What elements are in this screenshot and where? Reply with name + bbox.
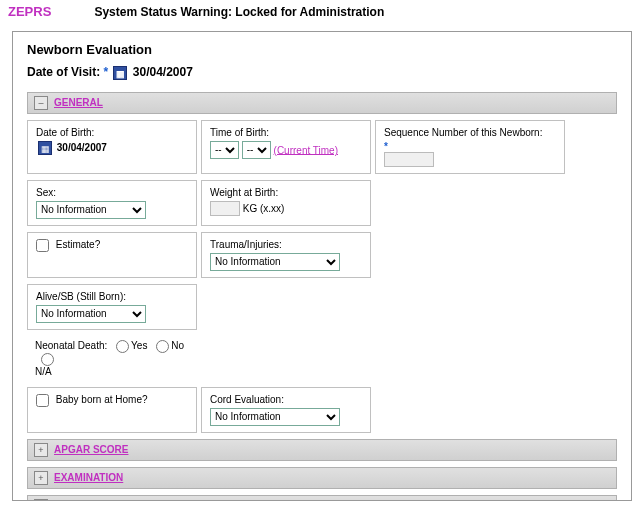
dob-cell: Date of Birth: ▦ 30/04/2007 — [27, 120, 197, 174]
seq-label: Sequence Number of this Newborn: — [384, 127, 556, 138]
section-apgar-link[interactable]: APGAR SCORE — [54, 444, 128, 455]
status-warning: System Status Warning: Locked for Admini… — [94, 5, 384, 19]
tob-min-select[interactable]: -- — [242, 141, 271, 159]
sex-label: Sex: — [36, 187, 188, 198]
neo-yes-radio[interactable] — [116, 340, 129, 353]
required-star: * — [384, 141, 388, 152]
estimate-cell: Estimate? — [27, 232, 197, 278]
visit-date-row: Date of Visit: * ▦ 30/04/2007 — [27, 65, 617, 80]
alive-select[interactable]: No Information — [36, 305, 146, 323]
neo-no-label: No — [171, 340, 184, 351]
tob-label: Time of Birth: — [210, 127, 362, 138]
sex-select[interactable]: No Information — [36, 201, 146, 219]
section-immun-link[interactable]: INFANT IMMUNIZATIONS — [54, 500, 173, 501]
sex-cell: Sex: No Information — [27, 180, 197, 226]
form-panel: Newborn Evaluation Date of Visit: * ▦ 30… — [12, 31, 632, 501]
visit-date-value: 30/04/2007 — [133, 65, 193, 79]
trauma-select[interactable]: No Information — [210, 253, 340, 271]
section-general-link[interactable]: GENERAL — [54, 97, 103, 108]
tob-cell: Time of Birth: -- -- (Current Time) — [201, 120, 371, 174]
home-checkbox[interactable] — [36, 394, 49, 407]
alive-cell: Alive/SB (Still Born): No Information — [27, 284, 197, 330]
section-exam[interactable]: + EXAMINATION — [27, 467, 617, 489]
seq-cell: Sequence Number of this Newborn: * — [375, 120, 565, 174]
trauma-label: Trauma/Injuries: — [210, 239, 362, 250]
cord-label: Cord Evaluation: — [210, 394, 362, 405]
alive-label: Alive/SB (Still Born): — [36, 291, 188, 302]
trauma-cell: Trauma/Injuries: No Information — [201, 232, 371, 278]
section-immun[interactable]: + INFANT IMMUNIZATIONS — [27, 495, 617, 501]
tob-hour-select[interactable]: -- — [210, 141, 239, 159]
cord-cell: Cord Evaluation: No Information — [201, 387, 371, 433]
section-apgar[interactable]: + APGAR SCORE — [27, 439, 617, 461]
estimate-label: Estimate? — [56, 239, 100, 250]
home-label: Baby born at Home? — [56, 394, 148, 405]
collapse-icon[interactable]: – — [34, 96, 48, 110]
expand-icon[interactable]: + — [34, 471, 48, 485]
home-cell: Baby born at Home? — [27, 387, 197, 433]
neo-na-label: N/A — [35, 366, 52, 377]
neo-na-radio[interactable] — [41, 353, 54, 366]
visit-label: Date of Visit: — [27, 65, 100, 79]
page-title: Newborn Evaluation — [27, 42, 617, 57]
required-star: * — [103, 65, 108, 79]
weight-cell: Weight at Birth: KG (x.xx) — [201, 180, 371, 226]
estimate-checkbox[interactable] — [36, 239, 49, 252]
dob-label: Date of Birth: — [36, 127, 188, 138]
calendar-icon[interactable]: ▦ — [113, 66, 127, 80]
neo-yes-label: Yes — [131, 340, 147, 351]
section-general[interactable]: – GENERAL — [27, 92, 617, 114]
calendar-icon[interactable]: ▦ — [38, 141, 52, 155]
weight-unit: KG (x.xx) — [243, 203, 285, 214]
weight-input[interactable] — [210, 201, 240, 216]
dob-value: 30/04/2007 — [57, 141, 107, 152]
brand: ZEPRS — [8, 4, 51, 19]
section-exam-link[interactable]: EXAMINATION — [54, 472, 123, 483]
expand-icon[interactable]: + — [34, 443, 48, 457]
neo-label: Neonatal Death: — [35, 340, 107, 351]
seq-input[interactable] — [384, 152, 434, 167]
neo-no-radio[interactable] — [156, 340, 169, 353]
cord-select[interactable]: No Information — [210, 408, 340, 426]
expand-icon[interactable]: + — [34, 499, 48, 501]
weight-label: Weight at Birth: — [210, 187, 362, 198]
current-time-link[interactable]: (Current Time) — [274, 144, 338, 155]
neo-cell: Neonatal Death: Yes No N/A — [27, 336, 197, 381]
